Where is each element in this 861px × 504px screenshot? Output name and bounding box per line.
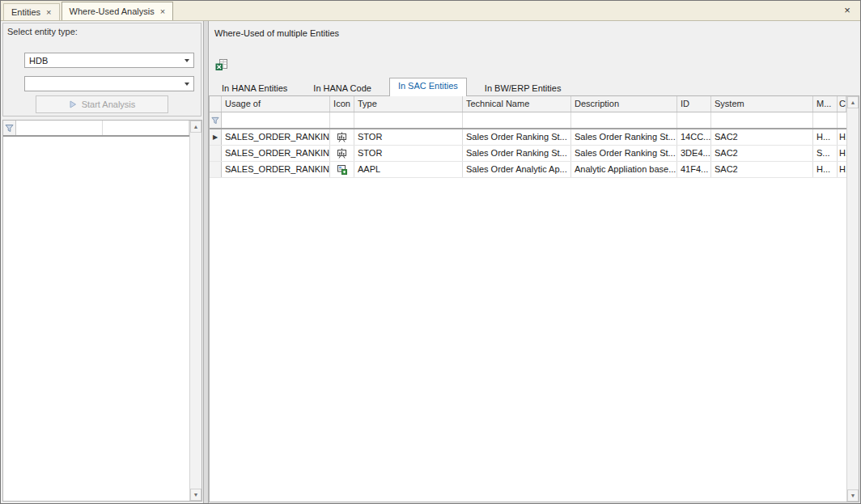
cell-icon bbox=[330, 162, 354, 177]
analytic-app-icon bbox=[337, 164, 347, 175]
cell-system: SAC2 bbox=[711, 162, 813, 177]
entity-type-dropdown[interactable]: HDB bbox=[24, 53, 194, 68]
scroll-up-icon[interactable]: ▲ bbox=[847, 96, 859, 108]
cell-description: Sales Order Ranking St... bbox=[571, 129, 677, 145]
filter-cell[interactable] bbox=[571, 112, 677, 128]
cell-system: SAC2 bbox=[711, 146, 813, 161]
column-header-description[interactable]: Description bbox=[571, 96, 677, 112]
group-title: Select entity type: bbox=[7, 27, 78, 36]
filter-cell[interactable] bbox=[330, 112, 354, 128]
row-indicator: ▶ bbox=[210, 129, 222, 145]
window-close-icon[interactable]: × bbox=[841, 4, 854, 17]
column-header-m[interactable]: M... bbox=[813, 96, 838, 112]
filter-cell[interactable] bbox=[711, 112, 813, 128]
sidebar-filter-cell[interactable] bbox=[103, 121, 189, 135]
cell-usage-of: SALES_ORDER_RANKING bbox=[222, 146, 330, 161]
close-icon[interactable]: × bbox=[46, 8, 51, 16]
tab-in-hana-code[interactable]: In HANA Code bbox=[305, 81, 380, 96]
entity-type-groupbox: Select entity type: HDB Start Analysis bbox=[2, 23, 201, 116]
excel-export-icon bbox=[215, 58, 228, 71]
play-icon bbox=[69, 100, 77, 108]
cell-usage-of: SALES_ORDER_RANKING bbox=[222, 129, 330, 145]
tab-in-hana-entities[interactable]: In HANA Entities bbox=[214, 81, 295, 96]
filter-cell[interactable] bbox=[838, 112, 846, 128]
filter-indicator-cell bbox=[3, 121, 16, 135]
cell-description: Analytic Appliation base... bbox=[571, 162, 677, 177]
app-window: Entities × Where-Used Analysis × × Selec… bbox=[0, 0, 861, 504]
column-header-usage-of[interactable]: Usage of bbox=[222, 96, 330, 112]
cell-c: H. bbox=[838, 162, 846, 177]
row-indicator bbox=[210, 162, 222, 177]
cell-c: H. bbox=[838, 146, 846, 161]
tab-entities-label: Entities bbox=[11, 7, 40, 17]
sidebar-filter-cell[interactable] bbox=[16, 121, 103, 135]
header-indicator-cell bbox=[210, 96, 222, 112]
tab-where-used-analysis[interactable]: Where-Used Analysis × bbox=[62, 2, 174, 20]
story-icon bbox=[337, 148, 347, 159]
column-header-c[interactable]: C. bbox=[838, 96, 846, 112]
cell-usage-of: SALES_ORDER_RANKING bbox=[222, 162, 330, 177]
table-row[interactable]: SALES_ORDER_RANKING STOR Sa bbox=[210, 146, 846, 162]
table-row[interactable]: ▶ SALES_ORDER_RANKING bbox=[210, 129, 846, 146]
scroll-down-icon[interactable]: ▼ bbox=[847, 489, 859, 502]
cell-type: AAPL bbox=[354, 162, 463, 177]
tab-in-sac-entities[interactable]: In SAC Entities bbox=[389, 78, 467, 96]
column-header-id[interactable]: ID bbox=[677, 96, 711, 112]
sidebar-list-body bbox=[3, 138, 189, 501]
start-analysis-button[interactable]: Start Analysis bbox=[36, 95, 168, 113]
filter-cell[interactable] bbox=[463, 112, 571, 128]
cell-m: H... bbox=[813, 162, 838, 177]
export-to-excel-button[interactable] bbox=[213, 57, 231, 73]
sidebar-scrollbar[interactable]: ▲ ▼ bbox=[189, 121, 201, 501]
grid-filter-row bbox=[210, 112, 846, 129]
cell-system: SAC2 bbox=[711, 129, 813, 145]
column-header-technical-name[interactable]: Technical Name bbox=[463, 96, 571, 112]
cell-description: Sales Order Ranking St... bbox=[571, 146, 677, 161]
entity-dropdown[interactable] bbox=[24, 76, 194, 91]
document-tabbar: Entities × Where-Used Analysis × bbox=[1, 1, 860, 21]
tab-entities[interactable]: Entities × bbox=[3, 3, 60, 20]
cell-m: H... bbox=[813, 129, 838, 145]
column-header-system[interactable]: System bbox=[711, 96, 813, 112]
chevron-down-icon[interactable] bbox=[180, 53, 193, 67]
grid-scrollbar[interactable]: ▲ ▼ bbox=[846, 96, 859, 502]
main-panel: Where-Used of multiple Entities In HANA … bbox=[209, 21, 859, 502]
result-tabbar: In HANA Entities In HANA Code In SAC Ent… bbox=[214, 78, 579, 96]
sidebar-filter-row[interactable] bbox=[3, 121, 189, 137]
filter-cell[interactable] bbox=[222, 112, 330, 128]
page-title: Where-Used of multiple Entities bbox=[214, 28, 339, 38]
filter-cell[interactable] bbox=[354, 112, 463, 128]
chevron-down-icon[interactable] bbox=[180, 77, 193, 91]
cell-m: S... bbox=[813, 146, 838, 161]
grid-header-row: Usage of Icon Type Technical Name Descri… bbox=[210, 96, 846, 112]
start-analysis-label: Start Analysis bbox=[82, 100, 136, 109]
cell-icon bbox=[330, 129, 354, 145]
tab-in-bw-erp-entities[interactable]: In BW/ERP Entities bbox=[477, 81, 570, 96]
funnel-icon bbox=[211, 116, 219, 125]
results-grid: Usage of Icon Type Technical Name Descri… bbox=[209, 95, 859, 502]
filter-cell[interactable] bbox=[813, 112, 838, 128]
story-icon bbox=[337, 132, 347, 142]
sidebar: Select entity type: HDB Start Analysis bbox=[1, 21, 203, 503]
cell-id: 41F4... bbox=[677, 162, 711, 177]
cell-type: STOR bbox=[354, 146, 463, 161]
scroll-up-icon[interactable]: ▲ bbox=[190, 121, 201, 133]
current-row-icon: ▶ bbox=[213, 129, 218, 145]
close-icon[interactable]: × bbox=[160, 7, 165, 15]
cell-id: 3DE4... bbox=[677, 146, 711, 161]
scroll-down-icon[interactable]: ▼ bbox=[190, 489, 201, 501]
column-header-type[interactable]: Type bbox=[354, 96, 463, 112]
cell-icon bbox=[330, 146, 354, 161]
cell-id: 14CC... bbox=[677, 129, 711, 145]
filter-cell[interactable] bbox=[677, 112, 711, 128]
row-indicator bbox=[210, 146, 222, 161]
column-header-icon[interactable]: Icon bbox=[330, 96, 354, 112]
filter-indicator-cell bbox=[210, 112, 222, 128]
entity-type-value: HDB bbox=[25, 56, 180, 66]
table-row[interactable]: SALES_ORDER_RANKING AAPL Sales Order Ana… bbox=[210, 162, 846, 178]
funnel-icon bbox=[5, 124, 14, 133]
sidebar-entity-list: ▲ ▼ bbox=[2, 120, 202, 502]
grid-columns-area: Usage of Icon Type Technical Name Descri… bbox=[210, 96, 846, 502]
panel-splitter[interactable] bbox=[203, 21, 209, 503]
cell-technical-name: Sales Order Ranking St... bbox=[463, 129, 571, 145]
